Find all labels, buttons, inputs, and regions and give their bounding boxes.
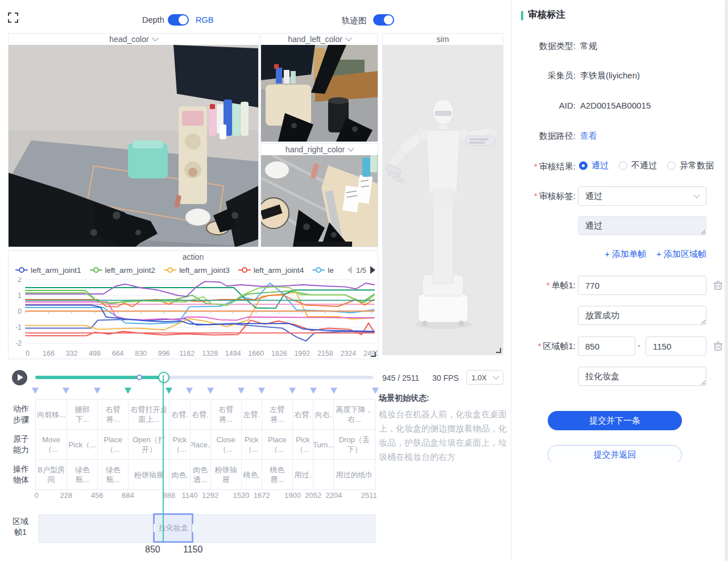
step-step-cell: 右臂.: [169, 400, 189, 429]
result-radio-option[interactable]: 异常数据: [667, 160, 714, 171]
toggle-knob: [384, 15, 393, 24]
single-frame-note-textarea[interactable]: 放置成功: [578, 306, 706, 325]
add-single-frame-link[interactable]: + 添加单帧: [605, 249, 646, 260]
step-marker-icon[interactable]: [63, 388, 69, 394]
required-asterisk: *: [538, 341, 541, 351]
trajectory-toggle[interactable]: [373, 14, 394, 26]
step-column[interactable]: 右臂.Pick（...肉色.: [169, 400, 189, 489]
step-step-cell: 向右.: [313, 400, 333, 429]
step-object-cell: 用过的纸巾: [334, 459, 375, 489]
data-path-view-link[interactable]: 查看: [580, 131, 597, 142]
region-start-input[interactable]: [578, 336, 635, 356]
svg-text:0: 0: [26, 350, 30, 358]
review-result-label: *审核结果:: [511, 161, 576, 172]
legend-item[interactable]: le: [312, 266, 334, 275]
step-marker-icon[interactable]: [258, 388, 265, 394]
speed-select[interactable]: 1.0X: [466, 370, 503, 385]
review-tag-note-row: 通过: [511, 216, 728, 230]
step-column[interactable]: 腰部下...Pick（...绿色瓶...: [67, 400, 97, 489]
radio-label: 不通过: [631, 160, 657, 171]
legend-item[interactable]: left_arm_joint2: [90, 266, 156, 275]
head-camera-panel: head_color: [8, 33, 259, 247]
delete-single-frame-icon[interactable]: [713, 280, 723, 290]
step-marker-icon[interactable]: [238, 388, 245, 394]
step-marker-icon[interactable]: [372, 388, 379, 394]
svg-text:1660: 1660: [248, 350, 264, 358]
region-track[interactable]: 拉化妆盒: [39, 514, 375, 543]
step-ability-cell: Pick（...: [293, 429, 313, 459]
sim-panel: sim: [382, 33, 503, 355]
step-marker-icon[interactable]: [330, 388, 337, 394]
review-tag-note-textarea[interactable]: 通过: [578, 216, 706, 235]
hand-left-camera-title[interactable]: hand_left_color: [261, 34, 378, 45]
step-marker-icon[interactable]: [125, 388, 131, 394]
region-start-tick: 850: [145, 545, 160, 555]
single-frame-dot[interactable]: [136, 375, 142, 380]
svg-text:1: 1: [18, 292, 22, 300]
legend-page-text: 1/5: [356, 266, 366, 275]
frame-axis-label: 1520: [233, 491, 250, 500]
submit-next-button[interactable]: 提交并下一条: [548, 411, 682, 430]
step-object-cell: 绿色瓶...: [67, 459, 97, 489]
step-ability-cell: Drop（丢下）: [334, 429, 375, 459]
depth-rgb-toggle[interactable]: [168, 14, 189, 26]
step-marker-icon[interactable]: [166, 388, 172, 394]
result-radio-option[interactable]: 不通过: [619, 160, 657, 171]
legend-item[interactable]: left_arm_joint1: [15, 266, 81, 275]
step-marker-icon[interactable]: [310, 388, 317, 394]
resize-corner-icon[interactable]: [496, 348, 501, 353]
region-end-input[interactable]: [646, 336, 706, 356]
head-camera-title[interactable]: head_color: [9, 34, 258, 45]
sim-robot-image: [383, 45, 503, 355]
legend-item[interactable]: left_arm_joint3: [164, 266, 230, 275]
step-object-cell: 肉色.: [169, 459, 189, 489]
legend-item[interactable]: left_arm_joint4: [238, 266, 304, 275]
review-tag-label: *审核标签:: [511, 191, 576, 202]
step-column[interactable]: 右臂.Place..肉色透...: [190, 400, 210, 489]
slider-handle[interactable]: [158, 372, 169, 383]
hand-left-title-text: hand_left_color: [288, 35, 342, 44]
fullscreen-icon[interactable]: [8, 13, 18, 23]
step-column[interactable]: 右臂将...Place（...绿色瓶...: [97, 400, 128, 489]
region-segment[interactable]: 拉化妆盒: [153, 513, 193, 543]
step-marker-icon[interactable]: [289, 388, 296, 394]
step-marker-icon[interactable]: [186, 388, 193, 394]
step-object-cell: [313, 459, 333, 489]
step-marker-icon[interactable]: [32, 388, 39, 394]
legend-prev-icon[interactable]: [347, 266, 352, 274]
frame-counter: 945 / 2511: [382, 373, 419, 383]
step-column[interactable]: 左臂将...Place（...桃色唇...: [262, 400, 292, 489]
add-region-frame-link[interactable]: + 添加区域帧: [656, 249, 706, 260]
step-step-cell: 右臂将...: [211, 400, 241, 429]
legend-next-icon[interactable]: [370, 266, 375, 274]
step-column[interactable]: 右臂.Pick（...用过.: [292, 400, 313, 489]
frame-axis-label: 0: [35, 491, 39, 500]
legend-pagination: 1/5: [345, 263, 375, 277]
review-tag-select[interactable]: 通过: [578, 186, 706, 206]
step-column[interactable]: 右臂将...Close（...粉饼抽屉: [210, 400, 241, 489]
scrollbar[interactable]: [725, 0, 728, 561]
app-root: Depth RGB 轨迹图 head_color: [0, 0, 728, 561]
timeline-slider[interactable]: [35, 376, 373, 379]
svg-text:498: 498: [89, 350, 101, 358]
single-frame-input[interactable]: [578, 276, 706, 295]
submit-back-button[interactable]: 提交并返回: [548, 445, 682, 462]
review-tag-value: 通过: [585, 191, 602, 202]
step-column[interactable]: 左臂.Pick（...桃色.: [241, 400, 262, 489]
step-column[interactable]: 向右.Turn...: [313, 400, 333, 489]
play-button[interactable]: [12, 370, 27, 385]
step-marker-icon[interactable]: [94, 388, 101, 394]
delete-region-frame-icon[interactable]: [713, 341, 723, 351]
aid-value: A2D0015AB00015: [580, 101, 651, 110]
step-marker-icon[interactable]: [207, 388, 214, 394]
data-path-row: 数据路径: 查看: [511, 131, 728, 144]
hand-right-camera-title[interactable]: hand_right_color: [261, 144, 378, 155]
step-column[interactable]: 向前移...Move（...B户型房间: [36, 400, 67, 489]
region-frame-note-textarea[interactable]: 拉化妆盒: [578, 367, 706, 386]
step-column[interactable]: 高度下降，右...Drop（丢下）用过的纸巾: [333, 400, 375, 489]
frame-axis-label: 228: [60, 491, 72, 500]
step-step-cell: 右臂将...: [98, 400, 128, 429]
result-radio-selected[interactable]: 通过: [579, 160, 609, 171]
steps-row-labels: 动作步骤原子能力操作物体: [8, 399, 34, 490]
legend-item-label: left_arm_joint4: [254, 266, 304, 275]
